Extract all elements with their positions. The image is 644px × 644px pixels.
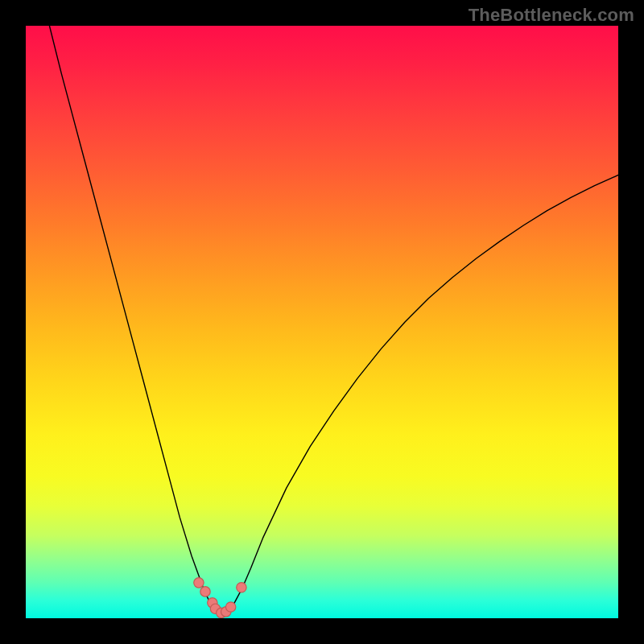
chart-stage: TheBottleneck.com (0, 0, 644, 644)
chart-overlay-svg (26, 26, 618, 618)
bottleneck-curve (49, 26, 618, 615)
watermark-text: TheBottleneck.com (469, 5, 634, 26)
data-points (194, 578, 246, 618)
chart-plot-area (26, 26, 618, 618)
data-point (225, 602, 235, 612)
data-point (237, 583, 246, 592)
data-point (200, 587, 210, 597)
data-point (194, 578, 204, 588)
